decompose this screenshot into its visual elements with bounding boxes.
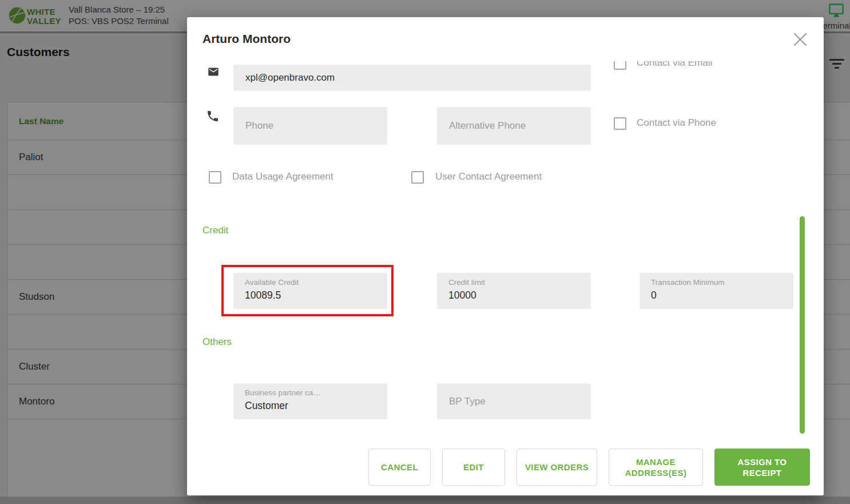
transaction-minimum-label: Transaction Minimum [651,278,783,287]
email-icon [206,66,221,78]
contact-via-email-label: Contact via Email [637,61,712,68]
user-contact-agreement-checkbox[interactable] [411,171,424,184]
modal-scrollbar[interactable] [800,216,805,434]
credit-limit-field[interactable]: Credit limit 10000 [437,273,591,309]
contact-via-email-checkbox[interactable] [614,61,626,70]
contact-via-phone-checkbox[interactable] [614,117,626,130]
view-orders-button[interactable]: VIEW ORDERS [517,449,597,486]
data-usage-agreement-checkbox[interactable] [209,171,221,184]
transaction-minimum-value: 0 [651,289,793,301]
manage-addresses-button[interactable]: MANAGE ADDRESS(ES) [609,449,703,486]
edit-button[interactable]: EDIT [442,449,505,486]
modal-button-row: CANCEL EDIT VIEW ORDERS MANAGE ADDRESS(E… [187,449,824,486]
others-section-heading: Others [202,336,232,348]
assign-to-receipt-button[interactable]: ASSIGN TO RECEIPT [714,449,810,486]
alternative-phone-placeholder: Alternative Phone [449,120,526,132]
business-partner-category-field[interactable]: Business partner ca… Customer [233,383,387,419]
credit-limit-label: Credit limit [448,278,580,287]
cancel-button[interactable]: CANCEL [368,449,431,486]
data-usage-agreement-label: Data Usage Agreement [232,172,333,182]
close-icon[interactable] [793,33,807,46]
email-field[interactable]: xpl@openbravo.com [233,65,591,91]
phone-field[interactable]: Phone [233,107,387,145]
bp-type-field[interactable]: BP Type [437,383,591,419]
business-partner-category-value: Customer [245,400,387,412]
contact-via-phone-label: Contact via Phone [637,118,716,128]
phone-placeholder: Phone [245,120,273,132]
bp-type-placeholder: BP Type [449,396,486,407]
highlight-annotation [221,265,394,316]
credit-section-heading: Credit [202,225,228,236]
modal-title: Arturo Montoro [202,32,291,46]
user-contact-agreement-label: User Contact Agreement [435,172,542,182]
business-partner-category-label: Business partner ca… [245,388,376,397]
transaction-minimum-field[interactable]: Transaction Minimum 0 [640,273,793,309]
customer-details-modal: Arturo Montoro xpl@openbravo.com Contact… [187,17,824,495]
modal-scroll-area: xpl@openbravo.com Contact via Email Phon… [187,61,824,449]
alternative-phone-field[interactable]: Alternative Phone [437,107,591,145]
email-value: xpl@openbravo.com [245,72,335,84]
credit-limit-value: 10000 [448,289,591,301]
phone-icon [206,109,220,123]
